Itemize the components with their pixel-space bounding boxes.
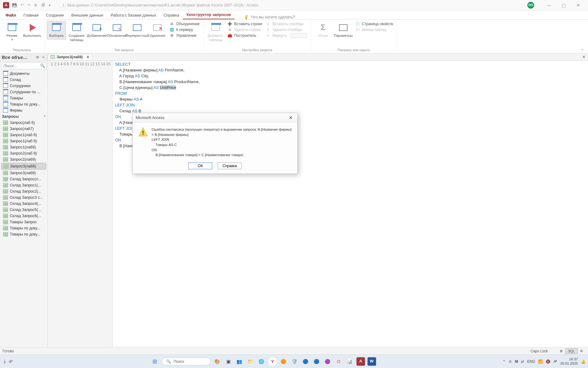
taskbar-app-icon[interactable]: 📊 xyxy=(345,357,354,366)
start-button[interactable]: ⊞ xyxy=(151,357,159,366)
help-button[interactable]: Справка xyxy=(218,163,242,169)
taskbar-app-icon[interactable]: 🛡️ xyxy=(290,357,299,366)
clock-time: 16:37 xyxy=(560,357,578,362)
weather-widget[interactable]: 🌡️ -8° xyxy=(2,359,24,364)
dialog-title: Microsoft Access xyxy=(136,116,164,120)
dialog-close-icon[interactable]: ✕ xyxy=(287,115,294,121)
teams-icon[interactable]: 👥 xyxy=(235,357,244,366)
clock[interactable]: 16:37 20.01.2025 xyxy=(560,357,578,366)
clock-date: 20.01.2025 xyxy=(560,362,578,366)
taskbar-search[interactable]: 🔍Поиск xyxy=(162,358,211,365)
tray-chevron-icon[interactable]: ⌃ xyxy=(503,359,506,364)
tray-icon[interactable]: ⇄ xyxy=(521,359,524,364)
opera-icon[interactable]: O xyxy=(334,357,343,366)
dialog-message: Ошибка синтаксиса (пропущен оператор) в … xyxy=(152,127,292,158)
ok-button[interactable]: ОК xyxy=(188,163,212,169)
battery-icon[interactable]: 🗲 xyxy=(553,359,557,364)
wifi-icon[interactable]: 📶 xyxy=(538,359,543,364)
modal-overlay: Microsoft Access ✕ ! Ошибка синтаксиса (… xyxy=(0,0,588,368)
language-indicator[interactable]: ENG xyxy=(527,359,535,364)
yandex-icon[interactable]: Y xyxy=(268,357,277,366)
search-icon: 🔍 xyxy=(166,359,171,364)
taskbar-app-icon[interactable]: 🔵 xyxy=(301,357,310,366)
edge-icon[interactable]: 🌐 xyxy=(257,357,266,366)
svg-text:!: ! xyxy=(142,129,144,136)
taskbar: 🌡️ -8° ⊞ 🔍Поиск 🎨 ▣ 👥 📁 🌐 Y 🟠 🛡️ 🔵 🔵 🟣 O… xyxy=(0,355,588,368)
taskview-icon[interactable]: ▣ xyxy=(224,357,233,366)
tray-icon[interactable]: ⊙ xyxy=(509,359,512,364)
error-dialog: Microsoft Access ✕ ! Ошибка синтаксиса (… xyxy=(132,113,298,174)
chrome-icon[interactable]: 🔵 xyxy=(312,357,321,366)
tray-icon[interactable]: M xyxy=(515,359,518,364)
dialog-titlebar: Microsoft Access ✕ xyxy=(133,113,297,123)
weather-icon: 🌡️ xyxy=(2,359,7,364)
taskbar-app-icon[interactable]: 🟠 xyxy=(279,357,288,366)
taskbar-app-icon[interactable]: 🟣 xyxy=(323,357,332,366)
explorer-icon[interactable]: 📁 xyxy=(246,357,255,366)
system-tray: ⌃ ⊙ M ⇄ ENG 📶 🔇 🗲 16:37 20.01.2025 🔔 xyxy=(503,357,586,366)
word-taskbar-icon[interactable]: W xyxy=(368,357,376,366)
access-taskbar-icon[interactable]: A xyxy=(356,357,365,366)
taskbar-app-icon[interactable]: 🎨 xyxy=(213,357,222,366)
warning-icon: ! xyxy=(138,127,148,137)
weather-temp: -8° xyxy=(8,359,13,364)
search-label: Поиск xyxy=(174,359,184,364)
notifications-icon[interactable]: 🔔 xyxy=(581,359,586,364)
volume-icon[interactable]: 🔇 xyxy=(546,359,550,364)
